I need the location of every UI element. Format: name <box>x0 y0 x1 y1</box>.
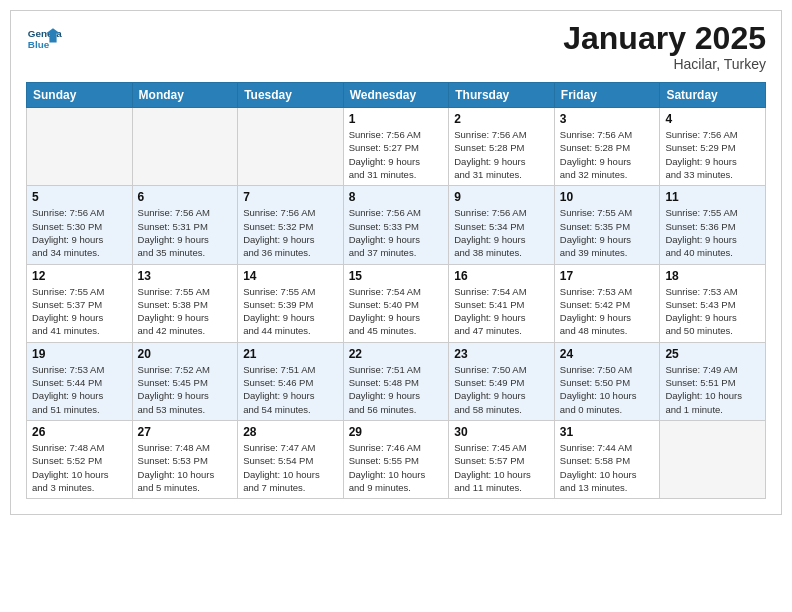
day-info: Sunrise: 7:53 AM Sunset: 5:44 PM Dayligh… <box>32 363 127 416</box>
day-number: 11 <box>665 190 760 204</box>
day-info: Sunrise: 7:56 AM Sunset: 5:29 PM Dayligh… <box>665 128 760 181</box>
day-cell: 6Sunrise: 7:56 AM Sunset: 5:31 PM Daylig… <box>132 186 238 264</box>
svg-text:General: General <box>28 28 62 39</box>
day-cell: 17Sunrise: 7:53 AM Sunset: 5:42 PM Dayli… <box>554 264 660 342</box>
day-cell: 10Sunrise: 7:55 AM Sunset: 5:35 PM Dayli… <box>554 186 660 264</box>
day-number: 1 <box>349 112 444 126</box>
day-cell: 5Sunrise: 7:56 AM Sunset: 5:30 PM Daylig… <box>27 186 133 264</box>
col-friday: Friday <box>554 83 660 108</box>
day-number: 21 <box>243 347 338 361</box>
svg-text:Blue: Blue <box>28 39 50 50</box>
day-cell: 18Sunrise: 7:53 AM Sunset: 5:43 PM Dayli… <box>660 264 766 342</box>
day-cell: 4Sunrise: 7:56 AM Sunset: 5:29 PM Daylig… <box>660 108 766 186</box>
day-number: 28 <box>243 425 338 439</box>
day-info: Sunrise: 7:56 AM Sunset: 5:28 PM Dayligh… <box>454 128 549 181</box>
day-cell: 11Sunrise: 7:55 AM Sunset: 5:36 PM Dayli… <box>660 186 766 264</box>
day-number: 3 <box>560 112 655 126</box>
week-row-3: 12Sunrise: 7:55 AM Sunset: 5:37 PM Dayli… <box>27 264 766 342</box>
day-number: 4 <box>665 112 760 126</box>
day-info: Sunrise: 7:54 AM Sunset: 5:41 PM Dayligh… <box>454 285 549 338</box>
day-info: Sunrise: 7:56 AM Sunset: 5:31 PM Dayligh… <box>138 206 233 259</box>
day-number: 26 <box>32 425 127 439</box>
day-info: Sunrise: 7:55 AM Sunset: 5:37 PM Dayligh… <box>32 285 127 338</box>
day-number: 24 <box>560 347 655 361</box>
day-cell: 1Sunrise: 7:56 AM Sunset: 5:27 PM Daylig… <box>343 108 449 186</box>
day-cell: 19Sunrise: 7:53 AM Sunset: 5:44 PM Dayli… <box>27 342 133 420</box>
day-cell: 13Sunrise: 7:55 AM Sunset: 5:38 PM Dayli… <box>132 264 238 342</box>
day-cell: 30Sunrise: 7:45 AM Sunset: 5:57 PM Dayli… <box>449 420 555 498</box>
day-info: Sunrise: 7:49 AM Sunset: 5:51 PM Dayligh… <box>665 363 760 416</box>
day-cell <box>238 108 344 186</box>
day-cell: 26Sunrise: 7:48 AM Sunset: 5:52 PM Dayli… <box>27 420 133 498</box>
day-cell: 20Sunrise: 7:52 AM Sunset: 5:45 PM Dayli… <box>132 342 238 420</box>
day-number: 8 <box>349 190 444 204</box>
day-cell: 15Sunrise: 7:54 AM Sunset: 5:40 PM Dayli… <box>343 264 449 342</box>
day-cell <box>660 420 766 498</box>
day-info: Sunrise: 7:53 AM Sunset: 5:42 PM Dayligh… <box>560 285 655 338</box>
day-number: 30 <box>454 425 549 439</box>
day-cell: 16Sunrise: 7:54 AM Sunset: 5:41 PM Dayli… <box>449 264 555 342</box>
day-info: Sunrise: 7:47 AM Sunset: 5:54 PM Dayligh… <box>243 441 338 494</box>
day-cell: 28Sunrise: 7:47 AM Sunset: 5:54 PM Dayli… <box>238 420 344 498</box>
day-cell: 29Sunrise: 7:46 AM Sunset: 5:55 PM Dayli… <box>343 420 449 498</box>
day-number: 17 <box>560 269 655 283</box>
logo: General Blue <box>26 21 66 57</box>
week-row-4: 19Sunrise: 7:53 AM Sunset: 5:44 PM Dayli… <box>27 342 766 420</box>
day-cell: 2Sunrise: 7:56 AM Sunset: 5:28 PM Daylig… <box>449 108 555 186</box>
day-number: 12 <box>32 269 127 283</box>
day-cell: 31Sunrise: 7:44 AM Sunset: 5:58 PM Dayli… <box>554 420 660 498</box>
day-info: Sunrise: 7:54 AM Sunset: 5:40 PM Dayligh… <box>349 285 444 338</box>
day-cell: 21Sunrise: 7:51 AM Sunset: 5:46 PM Dayli… <box>238 342 344 420</box>
day-number: 29 <box>349 425 444 439</box>
day-info: Sunrise: 7:51 AM Sunset: 5:48 PM Dayligh… <box>349 363 444 416</box>
calendar-table: Sunday Monday Tuesday Wednesday Thursday… <box>26 82 766 499</box>
day-cell: 24Sunrise: 7:50 AM Sunset: 5:50 PM Dayli… <box>554 342 660 420</box>
location-subtitle: Hacilar, Turkey <box>563 56 766 72</box>
day-cell <box>27 108 133 186</box>
day-number: 20 <box>138 347 233 361</box>
logo-icon: General Blue <box>26 21 62 57</box>
day-info: Sunrise: 7:56 AM Sunset: 5:34 PM Dayligh… <box>454 206 549 259</box>
day-number: 18 <box>665 269 760 283</box>
day-info: Sunrise: 7:56 AM Sunset: 5:32 PM Dayligh… <box>243 206 338 259</box>
day-number: 13 <box>138 269 233 283</box>
day-number: 25 <box>665 347 760 361</box>
day-info: Sunrise: 7:56 AM Sunset: 5:28 PM Dayligh… <box>560 128 655 181</box>
day-info: Sunrise: 7:53 AM Sunset: 5:43 PM Dayligh… <box>665 285 760 338</box>
day-info: Sunrise: 7:50 AM Sunset: 5:49 PM Dayligh… <box>454 363 549 416</box>
day-number: 14 <box>243 269 338 283</box>
day-number: 23 <box>454 347 549 361</box>
day-info: Sunrise: 7:56 AM Sunset: 5:27 PM Dayligh… <box>349 128 444 181</box>
day-info: Sunrise: 7:45 AM Sunset: 5:57 PM Dayligh… <box>454 441 549 494</box>
page-header: General Blue January 2025 Hacilar, Turke… <box>26 21 766 72</box>
day-info: Sunrise: 7:48 AM Sunset: 5:52 PM Dayligh… <box>32 441 127 494</box>
title-block: January 2025 Hacilar, Turkey <box>563 21 766 72</box>
week-row-5: 26Sunrise: 7:48 AM Sunset: 5:52 PM Dayli… <box>27 420 766 498</box>
day-cell: 25Sunrise: 7:49 AM Sunset: 5:51 PM Dayli… <box>660 342 766 420</box>
day-info: Sunrise: 7:51 AM Sunset: 5:46 PM Dayligh… <box>243 363 338 416</box>
col-tuesday: Tuesday <box>238 83 344 108</box>
calendar-page: General Blue January 2025 Hacilar, Turke… <box>10 10 782 515</box>
day-info: Sunrise: 7:44 AM Sunset: 5:58 PM Dayligh… <box>560 441 655 494</box>
day-info: Sunrise: 7:56 AM Sunset: 5:33 PM Dayligh… <box>349 206 444 259</box>
day-cell: 7Sunrise: 7:56 AM Sunset: 5:32 PM Daylig… <box>238 186 344 264</box>
day-info: Sunrise: 7:56 AM Sunset: 5:30 PM Dayligh… <box>32 206 127 259</box>
month-title: January 2025 <box>563 21 766 56</box>
day-cell: 22Sunrise: 7:51 AM Sunset: 5:48 PM Dayli… <box>343 342 449 420</box>
day-number: 22 <box>349 347 444 361</box>
day-info: Sunrise: 7:55 AM Sunset: 5:35 PM Dayligh… <box>560 206 655 259</box>
week-row-1: 1Sunrise: 7:56 AM Sunset: 5:27 PM Daylig… <box>27 108 766 186</box>
day-cell: 9Sunrise: 7:56 AM Sunset: 5:34 PM Daylig… <box>449 186 555 264</box>
day-number: 10 <box>560 190 655 204</box>
day-cell: 14Sunrise: 7:55 AM Sunset: 5:39 PM Dayli… <box>238 264 344 342</box>
day-number: 15 <box>349 269 444 283</box>
day-number: 31 <box>560 425 655 439</box>
day-info: Sunrise: 7:55 AM Sunset: 5:39 PM Dayligh… <box>243 285 338 338</box>
col-thursday: Thursday <box>449 83 555 108</box>
day-cell: 3Sunrise: 7:56 AM Sunset: 5:28 PM Daylig… <box>554 108 660 186</box>
col-saturday: Saturday <box>660 83 766 108</box>
day-info: Sunrise: 7:46 AM Sunset: 5:55 PM Dayligh… <box>349 441 444 494</box>
day-number: 9 <box>454 190 549 204</box>
day-info: Sunrise: 7:55 AM Sunset: 5:36 PM Dayligh… <box>665 206 760 259</box>
day-cell: 27Sunrise: 7:48 AM Sunset: 5:53 PM Dayli… <box>132 420 238 498</box>
